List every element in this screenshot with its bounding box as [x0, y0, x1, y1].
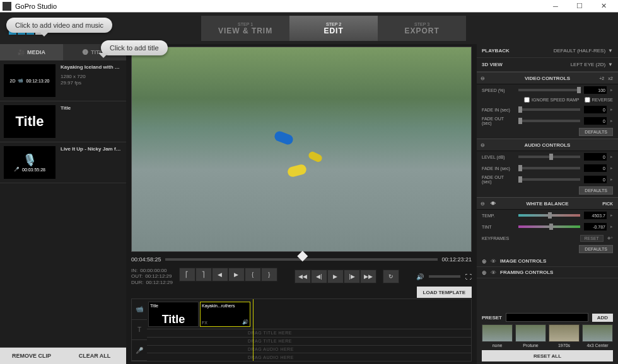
loop-in-button[interactable]: {	[245, 268, 261, 282]
audio-level-slider[interactable]	[518, 156, 580, 158]
media-thumb: 2D 📹 00:12:13:20	[4, 64, 55, 97]
mark-in-button[interactable]: ⎡	[179, 268, 195, 282]
drag-audio-row[interactable]: DRAG AUDIO HERE	[147, 353, 471, 361]
collapse-icon: ⊖	[481, 142, 485, 148]
reset-all-button[interactable]: RESET ALL	[482, 350, 613, 361]
framing-controls-header[interactable]: ⊕ 👁 FRAMING CONTROLS	[477, 267, 618, 278]
reverse-checkbox[interactable]: REVERSE	[585, 97, 613, 103]
video-fadein-slider[interactable]	[518, 108, 580, 111]
media-item[interactable]: 2D 📹 00:12:13:20 Kayaking Iceland with T…	[0, 60, 126, 101]
timeline-playhead[interactable]	[253, 299, 254, 361]
tint-slider[interactable]	[518, 225, 580, 228]
step-edit[interactable]: STEP 2 EDIT	[289, 16, 378, 41]
audio-fadein-slider[interactable]	[518, 167, 580, 169]
3d-view-row[interactable]: 3D VIEW LEFT EYE (2D)▼	[477, 58, 618, 72]
eye-icon: 👁	[491, 258, 496, 264]
video-controls-header[interactable]: ⊖ VIDEO CONTROLS ÷2x2	[477, 72, 618, 84]
drag-title-row[interactable]: DRAG TITLE HERE	[147, 337, 471, 345]
video-preview[interactable]	[131, 47, 472, 252]
media-thumb: 🎙️ 🎤 00:03:55:28	[4, 146, 55, 179]
kayak-graphic	[307, 151, 323, 163]
playback-row[interactable]: PLAYBACK DEFAULT (HALF-RES)▼	[477, 44, 618, 58]
timeline-title-clip[interactable]: Title Title	[148, 302, 199, 327]
maximize-button[interactable]: ☐	[568, 0, 592, 13]
video-fadeout-slider[interactable]	[518, 120, 580, 122]
ignore-ramp-checkbox[interactable]: IGNORE SPEED RAMP	[524, 97, 579, 103]
preset-add-button[interactable]: ADD	[592, 314, 613, 322]
temp-slider[interactable]	[518, 214, 580, 217]
tooltip-add-media: Click to add video and music	[6, 18, 112, 33]
time-left: 00:04:58:25	[131, 256, 161, 263]
editor-area: 00:04:58:25 00:12:23:21 IN:00:00:00:00 O…	[126, 44, 477, 364]
step-view-trim[interactable]: STEP 1 VIEW & TRIM	[201, 16, 289, 41]
white-balance-header[interactable]: ⊖ 👁 WHITE BALANCE PICK	[477, 197, 618, 210]
speed-slider[interactable]	[518, 89, 580, 91]
audio-fadeout-slider[interactable]	[518, 178, 580, 181]
drag-audio-row[interactable]: DRAG AUDIO HERE	[147, 345, 471, 353]
timeline-video-clip[interactable]: Kayakin...rothers FX 🔊	[200, 302, 250, 327]
kayak-graphic	[287, 163, 308, 178]
volume-slider[interactable]	[429, 275, 460, 278]
speaker-icon[interactable]: 🔊	[416, 273, 424, 280]
wb-reset-button[interactable]: RESET	[580, 235, 603, 242]
audio-controls-header[interactable]: ⊖ AUDIO CONTROLS	[477, 139, 618, 151]
media-thumb: Title	[4, 105, 55, 138]
media-item[interactable]: Title Title	[0, 101, 126, 142]
collapse-icon: ⊖	[481, 76, 485, 81]
playhead[interactable]	[297, 251, 308, 261]
tab-media[interactable]: 🎥 MEDIA	[0, 44, 63, 60]
media-item[interactable]: 🎙️ 🎤 00:03:55:28 Live It Up - Nicky Jam …	[0, 142, 126, 183]
audio-defaults-button[interactable]: DEFAULTS	[579, 186, 613, 195]
loop-button[interactable]: ↻	[383, 270, 399, 283]
video-defaults-button[interactable]: DEFAULTS	[579, 128, 613, 136]
half-speed-button[interactable]: ÷2	[599, 76, 604, 81]
next-frame-button[interactable]: ▶	[228, 268, 245, 282]
prev-frame-button[interactable]: ◀	[212, 268, 228, 282]
expand-icon: ⊕	[482, 258, 487, 264]
wb-defaults-button[interactable]: DEFAULTS	[579, 245, 613, 253]
loop-out-button[interactable]: }	[261, 268, 277, 282]
chevron-down-icon: ▼	[608, 62, 613, 67]
rewind-button[interactable]: ◀◀	[294, 270, 311, 283]
media-panel: 🎥 MEDIA 🅣 TITLE 2D 📹 00:12:13:20 Kayakin…	[0, 44, 126, 364]
eye-icon: 👁	[491, 201, 496, 207]
speed-value[interactable]: 100	[584, 86, 607, 94]
kayak-graphic	[273, 130, 294, 145]
clear-all-button[interactable]: CLEAR ALL	[63, 348, 126, 364]
remove-clip-button[interactable]: REMOVE CLIP	[0, 348, 63, 364]
app-icon	[3, 2, 11, 11]
preset-none[interactable]: none	[482, 324, 513, 348]
audio-icon: 🔊	[242, 319, 248, 325]
load-template-button[interactable]: LOAD TEMPLATE	[417, 287, 472, 298]
close-button[interactable]: ✕	[592, 0, 615, 13]
minimize-button[interactable]: ─	[544, 0, 568, 13]
fast-fwd-button[interactable]: ▶▶	[360, 270, 376, 283]
title-track-icon: T	[132, 320, 147, 341]
camera-icon: 🎥	[18, 49, 25, 55]
image-controls-header[interactable]: ⊕ 👁 IMAGE CONTROLS	[477, 256, 618, 267]
pick-button[interactable]: PICK	[602, 202, 613, 206]
step-fwd-button[interactable]: |▶	[344, 270, 360, 283]
eye-icon: 👁	[491, 270, 496, 276]
window-titlebar: GoPro Studio ─ ☐ ✕	[0, 0, 618, 13]
workflow-steps: STEP 1 VIEW & TRIM STEP 2 EDIT STEP 3 EX…	[201, 16, 466, 41]
collapse-icon: ⊖	[481, 201, 485, 207]
timecodes: IN:00:00:00:00 OUT:00:12:12:29 DUR:00:12…	[131, 268, 173, 286]
step-export[interactable]: STEP 3 EXPORT	[378, 16, 466, 41]
preset-input[interactable]	[506, 313, 588, 322]
scrubber[interactable]	[165, 258, 438, 261]
keyframe-add-icon[interactable]: ◆+	[607, 236, 613, 241]
fullscreen-icon[interactable]: ⛶	[465, 273, 472, 280]
timeline-tracks: 📹 T 🎤 Title Title Kayakin...rothers FX �	[131, 299, 472, 361]
chevron-down-icon: ▼	[608, 48, 613, 54]
double-speed-button[interactable]: x2	[608, 76, 613, 81]
text-icon: 🅣	[83, 49, 88, 55]
controls-panel: PLAYBACK DEFAULT (HALF-RES)▼ 3D VIEW LEF…	[477, 44, 618, 364]
preset-protune[interactable]: Protune	[515, 324, 546, 348]
mark-out-button[interactable]: ⎤	[195, 268, 212, 282]
tooltip-add-title: Click to add title	[101, 40, 168, 55]
preset-4x3[interactable]: 4x3 Center	[582, 324, 613, 348]
step-back-button[interactable]: ◀|	[311, 270, 327, 283]
play-button[interactable]: ▶	[327, 270, 344, 283]
preset-1970s[interactable]: 1970s	[549, 324, 580, 348]
